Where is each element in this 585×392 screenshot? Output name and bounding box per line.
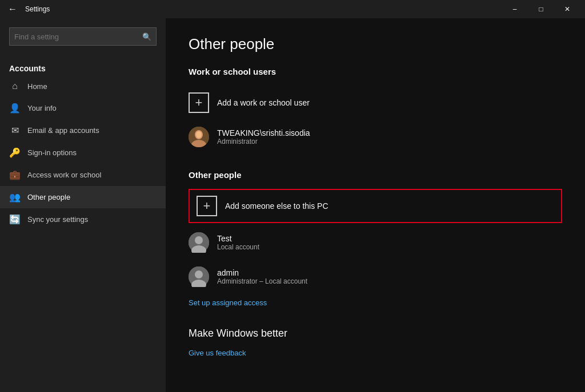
- sidebar-item-signin[interactable]: 🔑 Sign-in options: [0, 142, 166, 164]
- other-people-section: Other people + Add someone else to this …: [189, 170, 562, 312]
- maximize-button[interactable]: □: [528, 0, 554, 18]
- window-controls: – □ ✕: [502, 0, 580, 18]
- app-body: 🔍 Accounts ⌂ Home 👤 Your info ✉ Email & …: [0, 18, 585, 392]
- work-school-section: Work or school users + Add a work or sch…: [189, 67, 562, 154]
- sidebar-item-label: Home: [27, 82, 47, 91]
- sidebar-item-label: Other people: [27, 193, 70, 201]
- test-user-row[interactable]: Test Local account: [189, 225, 562, 260]
- work-school-title: Work or school users: [189, 67, 562, 76]
- page-title: Other people: [189, 35, 562, 53]
- sidebar-item-home[interactable]: ⌂ Home: [0, 75, 166, 97]
- sidebar-item-label: Sync your settings: [27, 215, 88, 224]
- add-work-user-row[interactable]: + Add a work or school user: [189, 86, 562, 120]
- other-people-title: Other people: [189, 170, 562, 180]
- sidebar-item-label: Access work or school: [27, 171, 101, 179]
- add-work-label: Add a work or school user: [217, 98, 310, 107]
- make-better-title: Make Windows better: [189, 328, 562, 340]
- add-work-icon: +: [189, 92, 209, 113]
- admin-user-avatar: [189, 266, 209, 287]
- sidebar-item-label: Sign-in options: [27, 148, 77, 157]
- user-icon: 👤: [9, 103, 21, 114]
- email-icon: ✉: [9, 125, 21, 136]
- svg-point-3: [196, 131, 202, 138]
- titlebar-title: Settings: [21, 5, 502, 13]
- sidebar-item-sync[interactable]: 🔄 Sync your settings: [0, 208, 166, 231]
- minimize-button[interactable]: –: [502, 0, 528, 18]
- titlebar: ← Settings – □ ✕: [0, 0, 585, 18]
- key-icon: 🔑: [9, 147, 21, 158]
- make-better-section: Make Windows better Give us feedback: [189, 328, 562, 362]
- content-area: Other people Work or school users + Add …: [166, 18, 585, 392]
- tweaking-user-info: TWEAKING\srishti.sisodia Administrator: [217, 128, 310, 146]
- test-user-info: Test Local account: [217, 234, 259, 251]
- people-icon: 👥: [9, 192, 21, 203]
- home-icon: ⌂: [9, 81, 21, 91]
- add-someone-label: Add someone else to this PC: [225, 201, 328, 211]
- svg-point-5: [195, 236, 203, 244]
- tweaking-user-row[interactable]: TWEAKING\srishti.sisodia Administrator: [189, 120, 562, 154]
- sidebar-item-email[interactable]: ✉ Email & app accounts: [0, 119, 166, 142]
- sidebar-item-access-work[interactable]: 💼 Access work or school: [0, 164, 166, 186]
- admin-user-info: admin Administrator – Local account: [217, 268, 307, 285]
- sidebar-section-title: Accounts: [0, 59, 166, 75]
- sidebar-header: 🔍: [0, 18, 166, 59]
- close-button[interactable]: ✕: [554, 0, 580, 18]
- admin-user-row[interactable]: admin Administrator – Local account: [189, 260, 562, 294]
- add-someone-icon: +: [197, 196, 217, 216]
- search-input[interactable]: [14, 33, 142, 41]
- back-button[interactable]: ←: [5, 1, 21, 17]
- sidebar-item-label: Email & app accounts: [27, 126, 99, 135]
- feedback-link[interactable]: Give us feedback: [189, 349, 246, 357]
- sidebar-item-other-people[interactable]: 👥 Other people: [0, 186, 166, 208]
- briefcase-icon: 💼: [9, 169, 21, 180]
- search-box[interactable]: 🔍: [9, 27, 157, 46]
- sidebar: 🔍 Accounts ⌂ Home 👤 Your info ✉ Email & …: [0, 18, 166, 392]
- assigned-access-link[interactable]: Set up assigned access: [189, 298, 267, 307]
- sync-icon: 🔄: [9, 214, 21, 225]
- svg-point-8: [195, 270, 203, 278]
- tweaking-avatar: [189, 127, 209, 147]
- add-someone-row[interactable]: + Add someone else to this PC: [189, 189, 562, 223]
- search-icon: 🔍: [142, 33, 151, 41]
- test-user-avatar: [189, 232, 209, 253]
- sidebar-item-label: Your info: [27, 104, 57, 112]
- sidebar-item-your-info[interactable]: 👤 Your info: [0, 97, 166, 119]
